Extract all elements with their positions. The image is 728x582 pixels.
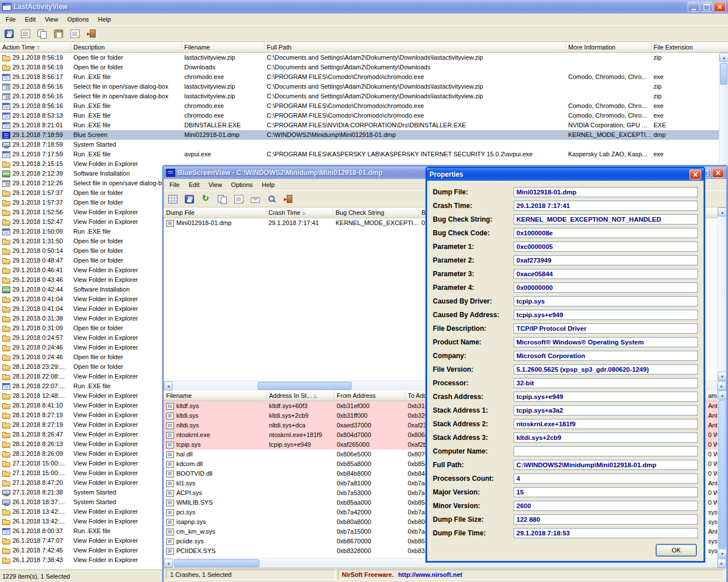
field-value-parameter-1[interactable]: 0xc0000005: [514, 242, 698, 252]
scroll-up-icon[interactable]: ▲: [718, 390, 726, 400]
field-value-file-version[interactable]: 5.1.2600.5625 (xpsp_sp3_gdr.080620-1249): [514, 364, 698, 375]
menu-help[interactable]: Help: [257, 180, 279, 189]
field-value-caused-by-address[interactable]: tcpip.sys+e949: [514, 310, 698, 320]
field-value-file-description[interactable]: TCP/IP Protocol Driver: [514, 323, 698, 334]
titlebar[interactable]: Properties: [427, 168, 704, 181]
vertical-scrollbar[interactable]: ▲ ▼: [717, 390, 726, 558]
scroll-right-icon[interactable]: ►: [717, 381, 726, 390]
exit-button[interactable]: [282, 193, 295, 205]
mail-button[interactable]: [249, 193, 262, 205]
save-button[interactable]: [3, 27, 15, 40]
field-value-crash-address[interactable]: tcpip.sys+e949: [514, 392, 698, 402]
field-value-product-name[interactable]: Microsoft® Windows® Operating System: [514, 337, 698, 347]
field-value-full-path[interactable]: C:\WINDOWS2\Minidump\Mini012918-01.dmp: [514, 460, 698, 470]
menu-edit[interactable]: Edit: [184, 180, 204, 189]
minimize-button[interactable]: [688, 2, 700, 12]
property-row-crash-time: Crash Time:29.1.2018 7:17:41: [427, 199, 704, 213]
scroll-down-icon[interactable]: ▼: [718, 372, 726, 381]
field-value-caused-by-driver[interactable]: tcpip.sys: [514, 296, 698, 306]
activity-row[interactable]: 29.1.2018 8:53:13Run .EXE filechromodo.e…: [0, 111, 719, 120]
activity-row[interactable]: 29.1.2018 8:56:16Run .EXE filechromodo.e…: [0, 101, 719, 111]
column-header-crash-time[interactable]: Crash Time△: [266, 207, 333, 218]
copy-button[interactable]: [36, 27, 48, 40]
activity-row[interactable]: 29.1.2018 7:17:59Run .EXE fileavpui.exeC…: [0, 149, 719, 159]
field-value-stack-address-1[interactable]: tcpip.sys+a3a2: [514, 405, 698, 415]
column-header-full-path[interactable]: Full Path: [264, 42, 566, 52]
field-value-crash-time[interactable]: 29.1.2018 7:17:41: [514, 201, 698, 211]
activity-row[interactable]: 29.1.2018 7:18:59System Started: [0, 140, 719, 149]
scroll-up-icon[interactable]: ▲: [718, 207, 726, 217]
menu-view[interactable]: View: [40, 15, 63, 24]
menu-options[interactable]: Options: [63, 15, 93, 24]
maximize-button[interactable]: [701, 2, 713, 12]
properties-button[interactable]: [233, 193, 245, 205]
field-value-major-version[interactable]: 15: [514, 487, 698, 497]
save-icon: [5, 30, 14, 38]
table-button[interactable]: [167, 193, 179, 205]
column-header-filename[interactable]: Filename: [164, 390, 267, 401]
menu-view[interactable]: View: [204, 180, 227, 189]
save-button[interactable]: [183, 193, 196, 205]
column-header-filename[interactable]: Filename: [182, 42, 264, 52]
menu-help[interactable]: Help: [93, 15, 115, 24]
field-value-dump-file[interactable]: Mini012918-01.dmp: [514, 187, 698, 197]
column-header-bug-check-string[interactable]: Bug Check String: [333, 207, 419, 218]
menu-file[interactable]: File: [1, 15, 20, 24]
titlebar[interactable]: LastActivityView: [0, 0, 728, 14]
close-button[interactable]: [689, 169, 701, 180]
field-value-computer-name[interactable]: [514, 446, 698, 456]
activity-row[interactable]: 29.1.2018 8:56:17Run .EXE filechromodo.e…: [0, 72, 719, 82]
clipboard-button[interactable]: [52, 27, 65, 40]
scroll-down-icon[interactable]: ▼: [718, 549, 726, 558]
activity-row[interactable]: 29.1.2018 8:56:16Select file in open/sav…: [0, 92, 719, 101]
field-value-processors-count[interactable]: 4: [514, 473, 698, 484]
field-value-dump-file-time[interactable]: 29.1.2018 7:18:53: [514, 528, 698, 538]
menu-file[interactable]: File: [165, 180, 184, 189]
activity-row[interactable]: 29.1.2018 8:56:19Open file or folderDown…: [0, 63, 719, 72]
close-button[interactable]: [714, 2, 726, 12]
scroll-left-icon[interactable]: ◄: [164, 559, 173, 568]
column-header-file-extension[interactable]: File Extension: [651, 42, 728, 52]
scroll-thumb[interactable]: [718, 400, 726, 548]
column-header-more-information[interactable]: More Information: [566, 42, 651, 52]
scroll-up-icon[interactable]: ▲: [719, 53, 728, 62]
field-value-minor-version[interactable]: 2600: [514, 501, 698, 511]
field-value-stack-address-2[interactable]: ntoskrnl.exe+181f9: [514, 419, 698, 429]
close-button[interactable]: [712, 168, 724, 178]
column-header-address-in-st[interactable]: Address In St...△: [267, 390, 334, 401]
export-button[interactable]: [19, 27, 32, 40]
refresh-icon: [201, 195, 210, 203]
scroll-thumb[interactable]: [174, 559, 259, 567]
refresh-button[interactable]: [200, 193, 212, 205]
ok-button[interactable]: OK: [656, 544, 697, 556]
field-value-bug-check-code[interactable]: 0x1000008e: [514, 228, 698, 238]
column-header-action-time[interactable]: Action Time▽: [0, 42, 71, 52]
find-button[interactable]: [266, 193, 278, 205]
scroll-right-icon[interactable]: ►: [717, 559, 726, 568]
nirsoft-url[interactable]: http://www.nirsoft.net: [398, 571, 462, 578]
field-value-processor[interactable]: 32-bit: [514, 378, 698, 388]
field-value-parameter-2[interactable]: 0xaf273949: [514, 255, 698, 265]
activity-row[interactable]: 29.1.2018 8:56:19Open file or folderlast…: [0, 53, 719, 63]
vertical-scrollbar[interactable]: ▲ ▼: [717, 207, 726, 381]
exit-button[interactable]: [85, 27, 98, 40]
field-value-parameter-4[interactable]: 0x00000000: [514, 282, 698, 293]
field-value-dump-file-size[interactable]: 122 880: [514, 514, 698, 525]
column-header-from-address[interactable]: From Address: [334, 390, 406, 401]
field-value-bug-check-string[interactable]: KERNEL_MODE_EXCEPTION_NOT_HANDLED: [514, 214, 698, 225]
activity-row[interactable]: 29.1.2018 7:18:59Blue ScreenMini012918-0…: [0, 130, 719, 140]
activity-row[interactable]: 29.1.2018 8:56:16Select file in open/sav…: [0, 82, 719, 92]
field-value-stack-address-3[interactable]: kltdi.sys+2cb9: [514, 433, 698, 443]
copy-button[interactable]: [216, 193, 229, 205]
column-header-dump-file[interactable]: Dump File: [164, 207, 266, 218]
menu-edit[interactable]: Edit: [20, 15, 40, 24]
field-value-parameter-3[interactable]: 0xace05844: [514, 269, 698, 279]
activity-row[interactable]: 29.1.2018 8:21:01Run .EXE fileDBINSTALLE…: [0, 120, 719, 130]
properties-button[interactable]: [69, 27, 81, 40]
scroll-thumb[interactable]: [258, 382, 351, 390]
field-value-company[interactable]: Microsoft Corporation: [514, 351, 698, 361]
menu-options[interactable]: Options: [226, 180, 257, 189]
scroll-thumb[interactable]: [720, 63, 727, 85]
column-header-description[interactable]: Description: [71, 42, 182, 52]
scroll-left-icon[interactable]: ◄: [164, 381, 173, 390]
